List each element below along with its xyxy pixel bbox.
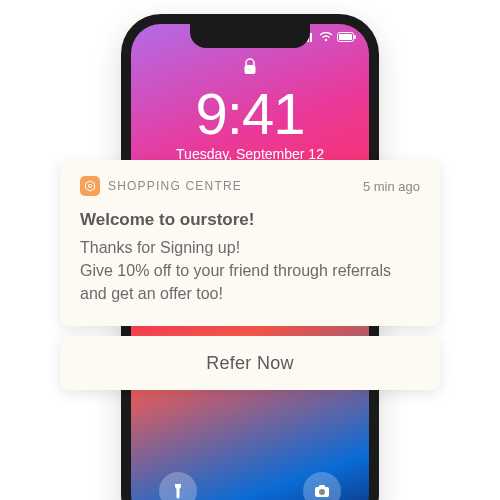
app-icon [80, 176, 100, 196]
notification-card[interactable]: SHOPPING CENTRE 5 min ago Welcome to our… [60, 160, 440, 326]
wifi-icon [319, 32, 333, 42]
svg-point-11 [319, 489, 325, 495]
svg-rect-6 [339, 34, 352, 40]
svg-point-13 [88, 184, 91, 187]
lockscreen-time: 9:41 [131, 80, 369, 147]
svg-rect-3 [310, 33, 312, 42]
notch [190, 24, 310, 48]
svg-rect-8 [245, 65, 256, 74]
lock-icon [131, 58, 369, 80]
notification-title: Welcome to ourstore! [80, 210, 420, 230]
refer-now-button[interactable]: Refer Now [60, 336, 440, 390]
camera-icon [314, 483, 330, 499]
app-name: SHOPPING CENTRE [108, 179, 355, 193]
flashlight-icon [170, 483, 186, 499]
notification-time: 5 min ago [363, 179, 420, 194]
svg-marker-12 [86, 181, 95, 191]
notification-header: SHOPPING CENTRE 5 min ago [80, 176, 420, 196]
svg-rect-10 [319, 485, 325, 488]
svg-rect-7 [354, 35, 356, 39]
camera-button[interactable] [303, 472, 341, 500]
flashlight-button[interactable] [159, 472, 197, 500]
lockscreen-dock [131, 472, 369, 500]
notification-body: Thanks for Signing up! Give 10% off to y… [80, 236, 420, 306]
battery-icon [337, 32, 357, 42]
svg-point-4 [325, 39, 327, 41]
refer-now-label: Refer Now [206, 353, 294, 374]
